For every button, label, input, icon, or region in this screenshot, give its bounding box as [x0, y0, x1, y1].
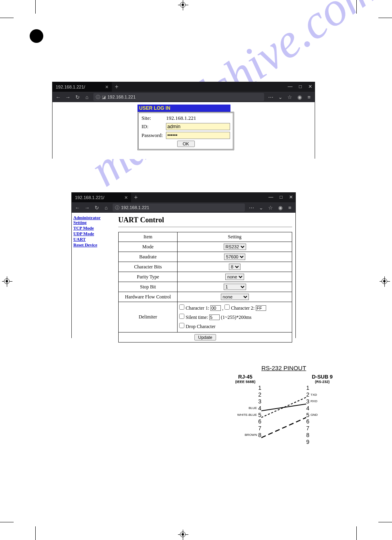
- sidebar-item-admin[interactable]: Administrator Setting: [73, 215, 114, 225]
- row-label-stop: Stop Bit: [119, 282, 178, 292]
- bookmark-icon[interactable]: ☆: [267, 205, 274, 211]
- crop-mark: [35, 526, 36, 540]
- new-tab-button[interactable]: +: [131, 194, 141, 201]
- crop-mark: [356, 526, 357, 540]
- pocket-icon[interactable]: ⌄: [277, 94, 283, 100]
- svg-line-0: [261, 404, 306, 411]
- left-pin-8: BROWN8: [229, 432, 261, 439]
- minimize-button[interactable]: —: [269, 194, 273, 200]
- baudrate-select[interactable]: 57600: [224, 254, 245, 260]
- account-icon[interactable]: ◉: [277, 205, 283, 211]
- flowcontrol-select[interactable]: none: [221, 294, 249, 300]
- registration-mark-icon: [178, 0, 188, 10]
- page-content-login: USER LOG IN Site: 192.168.1.221 ID: Pass…: [53, 102, 315, 159]
- toolbar: ← → ↻ ⌂ ⓘ 192.168.1.221 ⋯ ⌄ ☆ ◉ ≡: [72, 202, 295, 213]
- tab-title: 192.168.1.221/: [56, 85, 85, 89]
- close-window-button[interactable]: ✕: [289, 194, 293, 200]
- site-value: 192.168.1.221: [165, 115, 231, 122]
- more-icon[interactable]: ⋯: [267, 94, 274, 100]
- minimize-button[interactable]: —: [288, 84, 293, 89]
- col-setting: Setting: [178, 232, 292, 242]
- ok-button[interactable]: OK: [177, 141, 195, 147]
- left-pin-3: 3: [229, 398, 261, 405]
- url-bar[interactable]: ⓘ ◪ 192.168.1.221: [93, 93, 264, 101]
- charbits-select[interactable]: 8: [229, 264, 240, 270]
- crop-mark: [0, 522, 14, 522]
- silent-input[interactable]: [209, 314, 220, 320]
- right-pin-1: 1: [306, 385, 338, 391]
- right-sub: (RS-232): [306, 380, 338, 384]
- stopbit-select[interactable]: 1: [224, 284, 246, 290]
- back-icon[interactable]: ←: [74, 205, 81, 211]
- left-sub: (IEEE 568B): [229, 380, 261, 384]
- login-header: USER LOG IN: [137, 105, 230, 112]
- site-favicon-icon: ◪: [102, 95, 106, 100]
- silent-checkbox[interactable]: [179, 314, 184, 319]
- sidebar-nav: Administrator Setting TCP Mode UDP Mode …: [72, 213, 116, 339]
- sidebar-item-udp[interactable]: UDP Mode: [73, 231, 114, 236]
- forward-icon[interactable]: →: [84, 205, 90, 211]
- crop-mark: [356, 0, 357, 14]
- char2-checkbox[interactable]: [224, 304, 230, 310]
- left-pin-4: BLUE4: [229, 405, 261, 411]
- uart-main: UART Control Item Setting Mode RS232 Bau…: [116, 213, 295, 339]
- parity-select[interactable]: none: [225, 274, 244, 280]
- url-bar[interactable]: ⓘ 192.168.1.221: [113, 204, 245, 212]
- pocket-icon[interactable]: ⌄: [258, 205, 264, 211]
- tab-strip: 192.168.1.221/ × +: [72, 193, 295, 202]
- right-pin-7: 7: [306, 425, 338, 432]
- row-label-bits: Character Bits: [119, 262, 178, 272]
- account-icon[interactable]: ◉: [296, 94, 303, 100]
- char1-label: Character 1:: [186, 305, 209, 311]
- page-bullet-icon: [30, 29, 43, 43]
- login-panel: USER LOG IN Site: 192.168.1.221 ID: Pass…: [137, 105, 230, 150]
- reload-icon[interactable]: ↻: [74, 94, 81, 100]
- maximize-button[interactable]: □: [280, 194, 283, 200]
- close-tab-icon[interactable]: ×: [105, 84, 108, 90]
- sidebar-item-tcp[interactable]: TCP Mode: [73, 226, 114, 230]
- char1-checkbox[interactable]: [179, 304, 184, 310]
- row-label-mode: Mode: [119, 242, 178, 252]
- mode-select[interactable]: RS232: [224, 244, 246, 250]
- registration-mark-icon: [178, 530, 188, 540]
- tab-title: 192.168.1.221/: [75, 195, 104, 200]
- maximize-button[interactable]: □: [299, 84, 302, 89]
- bookmark-icon[interactable]: ☆: [287, 94, 293, 100]
- reload-icon[interactable]: ↻: [93, 205, 100, 211]
- close-tab-icon[interactable]: ×: [124, 195, 127, 200]
- update-button[interactable]: Update: [194, 334, 216, 341]
- home-icon[interactable]: ⌂: [103, 205, 109, 211]
- sidebar-item-reset[interactable]: Reset Device: [73, 242, 114, 247]
- drop-checkbox[interactable]: [179, 323, 184, 328]
- more-icon[interactable]: ⋯: [248, 205, 255, 211]
- sidebar-item-uart[interactable]: UART: [73, 237, 114, 242]
- svg-line-2: [261, 417, 306, 437]
- row-label-flow: Hardware Flow Control: [119, 292, 178, 302]
- silent-label: Silent time:: [186, 314, 208, 320]
- browser-tab[interactable]: 192.168.1.221/ ×: [72, 193, 131, 202]
- back-icon[interactable]: ←: [55, 94, 61, 100]
- browser-tab[interactable]: 192.168.1.221/ ×: [53, 82, 112, 92]
- forward-icon[interactable]: →: [65, 94, 71, 100]
- left-pin-2: 2: [229, 391, 261, 398]
- silent-suffix: (1~255)*200ms: [221, 314, 252, 320]
- char1-input[interactable]: [210, 305, 221, 311]
- menu-icon[interactable]: ≡: [287, 205, 293, 211]
- close-window-button[interactable]: ✕: [308, 84, 312, 89]
- crop-mark: [378, 18, 392, 18]
- page-content-uart: Administrator Setting TCP Mode UDP Mode …: [72, 213, 295, 339]
- menu-icon[interactable]: ≡: [306, 94, 312, 100]
- page-title: UART Control: [118, 216, 292, 224]
- left-pin-6: 6: [229, 418, 261, 425]
- right-pin-5: 5GND: [306, 411, 338, 418]
- url-text: 192.168.1.221: [107, 95, 135, 99]
- divider: [118, 227, 292, 227]
- id-input[interactable]: [166, 123, 230, 130]
- new-tab-button[interactable]: +: [112, 83, 122, 91]
- password-input[interactable]: [166, 132, 230, 139]
- home-icon[interactable]: ⌂: [84, 94, 90, 100]
- char2-input[interactable]: [256, 305, 266, 311]
- right-pin-2: 2TXD: [306, 391, 338, 398]
- drop-label: Drop Character: [186, 324, 215, 329]
- crop-mark: [378, 522, 392, 522]
